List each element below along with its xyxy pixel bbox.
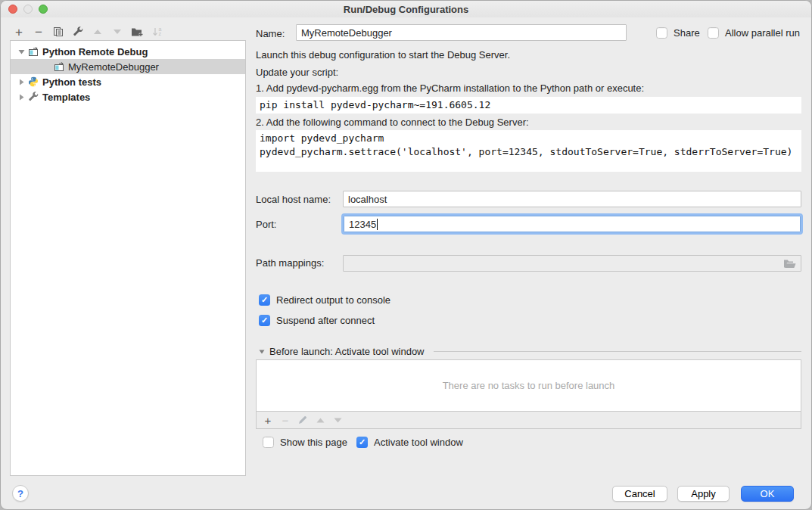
tree-item-python-remote-debug[interactable]: Python Remote Debug xyxy=(11,44,245,59)
name-input[interactable]: MyRemoteDebugger xyxy=(296,24,627,41)
python-icon xyxy=(27,76,39,87)
new-folder-button[interactable] xyxy=(129,24,145,39)
show-this-page-checkbox[interactable] xyxy=(263,437,274,448)
suspend-after-connect-checkbox[interactable] xyxy=(259,315,270,326)
suspend-after-connect-label: Suspend after connect xyxy=(276,315,375,326)
show-this-page-row: Show this page xyxy=(263,437,347,448)
tree-item-label: MyRemoteDebugger xyxy=(68,61,159,73)
share-checkbox[interactable] xyxy=(656,27,667,39)
tree-item-label: Python tests xyxy=(42,76,101,88)
edit-defaults-button[interactable] xyxy=(70,24,86,39)
add-icon: + xyxy=(15,26,23,39)
run-debug-configurations-dialog: Run/Debug Configurations + − az xyxy=(0,0,812,510)
suspend-after-connect-row: Suspend after connect xyxy=(259,315,375,326)
ok-button[interactable]: OK xyxy=(741,486,794,502)
copy-configuration-button[interactable] xyxy=(51,24,66,39)
add-icon: + xyxy=(265,415,272,426)
port-label: Port: xyxy=(256,219,276,230)
settrace-code[interactable]: import pydevd_pycharm pydevd_pycharm.set… xyxy=(256,130,801,172)
move-task-up-button xyxy=(313,413,327,427)
share-checkbox-row: Share xyxy=(656,27,700,39)
title-bar: Run/Debug Configurations xyxy=(1,1,811,17)
tree-item-label: Python Remote Debug xyxy=(42,46,148,58)
before-launch-tasks-list[interactable]: There are no tasks to run before launch xyxy=(256,359,801,412)
empty-tasks-message: There are no tasks to run before launch xyxy=(443,380,615,391)
description-line-1: Launch this debug configuration to start… xyxy=(256,49,510,61)
move-up-button xyxy=(90,24,105,39)
local-host-input[interactable]: localhost xyxy=(343,191,801,207)
description-step-2: 2. Add the following command to connect … xyxy=(256,117,529,128)
allow-parallel-label: Allow parallel run xyxy=(725,27,800,39)
remove-configuration-button[interactable]: − xyxy=(31,24,46,39)
move-up-icon xyxy=(93,29,102,35)
remove-icon: − xyxy=(35,26,42,39)
tasks-toolbar: + − xyxy=(256,412,801,429)
allow-parallel-checkbox[interactable] xyxy=(708,27,719,39)
edit-wrench-icon xyxy=(73,26,83,37)
add-configuration-button[interactable]: + xyxy=(11,24,26,39)
remote-debug-icon xyxy=(27,47,39,57)
show-this-page-label: Show this page xyxy=(280,437,347,448)
share-label: Share xyxy=(674,27,700,39)
tree-item-label: Templates xyxy=(42,92,90,103)
redirect-output-checkbox[interactable] xyxy=(259,294,270,306)
remote-debug-icon xyxy=(53,62,65,72)
chevron-right-icon[interactable] xyxy=(15,79,27,86)
redirect-output-label: Redirect output to console xyxy=(276,294,390,306)
edit-pencil-icon xyxy=(298,415,307,424)
port-input[interactable]: 12345 xyxy=(344,216,801,232)
pip-install-code[interactable]: pip install pydevd-pycharm~=191.6605.12 xyxy=(256,97,801,114)
add-task-button[interactable]: + xyxy=(261,413,275,427)
path-mappings-input[interactable] xyxy=(343,255,801,272)
redirect-output-row: Redirect output to console xyxy=(259,294,390,306)
configurations-tree: Python Remote Debug MyRemoteDebugger Pyt… xyxy=(10,40,246,476)
local-host-label: Local host name: xyxy=(256,194,331,205)
name-label: Name: xyxy=(256,28,285,39)
allow-parallel-checkbox-row: Allow parallel run xyxy=(708,27,800,39)
path-mappings-label: Path mappings: xyxy=(256,257,324,269)
sort-configurations-button: az xyxy=(149,24,164,39)
tree-item-templates[interactable]: Templates xyxy=(11,89,245,104)
cancel-button[interactable]: Cancel xyxy=(612,486,667,502)
sort-alpha-icon: az xyxy=(152,27,162,37)
apply-button[interactable]: Apply xyxy=(677,486,730,502)
remove-task-button: − xyxy=(278,413,292,427)
chevron-right-icon[interactable] xyxy=(15,94,27,101)
section-divider xyxy=(434,351,801,352)
description-line-2: Update your script: xyxy=(256,67,338,78)
activate-tool-window-label: Activate tool window xyxy=(374,437,463,448)
before-launch-header[interactable]: Before launch: Activate tool window xyxy=(259,346,425,357)
description-step-1: 1. Add pydevd-pycharm.egg from the PyCha… xyxy=(256,82,644,94)
copy-icon xyxy=(53,26,64,37)
configurations-toolbar: + − az xyxy=(11,23,164,40)
text-cursor xyxy=(377,219,378,230)
before-launch-title: Before launch: Activate tool window xyxy=(269,346,425,357)
wrench-icon xyxy=(27,92,39,102)
chevron-down-icon[interactable] xyxy=(259,350,265,354)
tree-item-myremotedebugger[interactable]: MyRemoteDebugger xyxy=(11,59,245,74)
remove-icon: − xyxy=(282,415,289,426)
help-button[interactable]: ? xyxy=(12,485,29,502)
folder-open-icon[interactable] xyxy=(783,259,796,269)
activate-tool-window-checkbox[interactable] xyxy=(356,437,368,448)
chevron-down-icon[interactable] xyxy=(15,49,27,54)
window-title: Run/Debug Configurations xyxy=(1,4,811,15)
activate-tool-window-row: Activate tool window xyxy=(356,437,463,448)
move-down-icon xyxy=(113,29,122,35)
move-up-icon xyxy=(316,418,325,423)
help-question-icon: ? xyxy=(17,488,23,499)
move-down-button xyxy=(110,24,125,39)
new-folder-icon xyxy=(131,26,143,37)
move-task-down-button xyxy=(331,413,344,427)
edit-task-button xyxy=(296,413,310,427)
move-down-icon xyxy=(334,418,342,423)
tree-item-python-tests[interactable]: Python tests xyxy=(11,74,245,89)
